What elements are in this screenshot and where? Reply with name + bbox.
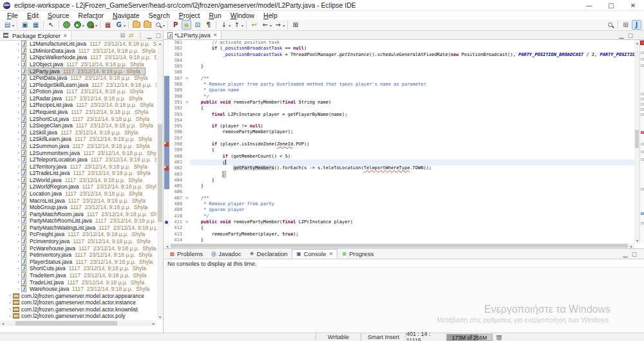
select-pointer-icon[interactable]: ↖	[46, 20, 56, 30]
menu-help[interactable]: Help	[259, 12, 282, 19]
tab-declaration[interactable]: ❖Declaration	[245, 249, 292, 259]
tree-item-location-java[interactable]: ›JLocation.java111723/12/14, 9:18 μ.μ.Sh…	[0, 190, 156, 198]
marker-bar[interactable]	[164, 142, 169, 147]
line-number[interactable]: 384	[169, 58, 184, 64]
chevron-right-icon[interactable]: ›	[15, 191, 21, 197]
dropdown-arrow-icon[interactable]: ▾	[270, 23, 272, 28]
chevron-right-icon[interactable]: ›	[15, 272, 21, 278]
marker-bar[interactable]	[164, 225, 169, 231]
chevron-right-icon[interactable]: ›	[7, 300, 13, 306]
chevron-right-icon[interactable]: ›	[15, 150, 21, 156]
code-text[interactable]	[190, 58, 634, 64]
tree-item-pcfreight-java[interactable]: ›JPcFreight.java111723/12/14, 9:18 μ.μ.S…	[0, 231, 156, 238]
chevron-right-icon[interactable]: ›	[15, 82, 21, 88]
code-text[interactable]: removePartyMember(player);	[190, 129, 634, 135]
tree-item-l2summonitem-java[interactable]: ›JL2SummonItem.java111723/12/14, 9:18 μ.…	[0, 149, 156, 156]
code-text[interactable]: removePartyMember(player, true);	[190, 232, 634, 237]
tab-problems[interactable]: ▦Problems	[166, 249, 207, 259]
tree-item-partymatchwaitinglist-java[interactable]: ›JPartyMatchWaitingList.java111723/12/14…	[0, 225, 156, 232]
tree-item-l2party-java[interactable]: ›JL2Party.java111723/12/14, 9:18 μ.μ.Shy…	[0, 68, 156, 75]
code-text[interactable]: public void removePartyMember(final L2Pc…	[190, 219, 634, 225]
scroll-left-icon[interactable]: ◂	[0, 320, 6, 326]
menu-source[interactable]: Source	[43, 12, 73, 19]
line-number[interactable]: 390	[169, 94, 184, 100]
chevron-right-icon[interactable]: ›	[15, 218, 21, 224]
tree-item-tradelist-java[interactable]: ›JTradeList.java111723/12/14, 9:18 μ.μ.S…	[0, 279, 156, 286]
change-overview-mark[interactable]	[641, 51, 644, 54]
menu-navigate[interactable]: Navigate	[108, 12, 144, 19]
line-number[interactable]: 383	[169, 52, 184, 58]
tree-item-l2skilllearn-java[interactable]: ›JL2SkillLearn.java111723/12/14, 9:18 μ.…	[0, 136, 156, 143]
line-number[interactable]: 382	[169, 46, 184, 51]
code-text[interactable]: public void removePartyMember(final Stri…	[190, 100, 634, 106]
fold-collapse-icon[interactable]	[184, 219, 190, 225]
tree-item-l2tradelist-java[interactable]: ›JL2TradeList.java111723/12/14, 9:18 μ.μ…	[0, 170, 156, 177]
save-icon[interactable]: ▣	[20, 20, 30, 30]
menu-window[interactable]: Window	[226, 12, 259, 19]
annotations-icon[interactable]: ⊡	[193, 20, 202, 30]
code-text[interactable]: getPartyMembers().forEach(s -> s.teleToL…	[190, 165, 634, 171]
code-text[interactable]: * @param player	[190, 207, 634, 213]
code-text[interactable]: if (player.isInsideZone(ZoneId.PVP))	[190, 142, 634, 147]
tree-item-macrolist-java[interactable]: ›JMacroList.java111723/12/14, 9:18 μ.μ.S…	[0, 197, 156, 204]
package-explorer-vscrollbar[interactable]: ▴ ▾	[157, 41, 163, 320]
open-type-icon[interactable]	[131, 20, 141, 30]
prev-annotation-icon[interactable]: ↑	[232, 20, 242, 30]
tree-item-playerstatus-java[interactable]: ›JPlayerStatus.java111723/12/14, 9:18 μ.…	[0, 259, 156, 266]
marker-bar[interactable]	[164, 40, 169, 46]
chevron-right-icon[interactable]: ›	[15, 225, 21, 230]
new-editor-window-icon[interactable]: ⊞	[290, 20, 300, 30]
line-number[interactable]: 405	[169, 183, 184, 189]
menu-refactor[interactable]: Refactor	[73, 12, 108, 19]
change-overview-mark[interactable]	[641, 158, 644, 161]
chevron-right-icon[interactable]: ›	[15, 89, 21, 95]
marker-bar[interactable]	[164, 52, 169, 58]
marker-bar[interactable]	[164, 165, 169, 171]
code-text[interactable]: if (_positionBroadcastTask == null)	[190, 46, 634, 51]
next-annotation-icon[interactable]: ↓	[219, 20, 229, 30]
scroll-right-icon[interactable]: ▸	[151, 320, 156, 326]
package-explorer-hscrollbar[interactable]: ◂ ▸	[0, 320, 156, 326]
tree-item-com-l2jfrozen-gameserver-model-actor-knownlist[interactable]: ›com.l2jfrozen.gameserver.model.actor.kn…	[0, 306, 156, 313]
line-number[interactable]: 400	[169, 154, 184, 160]
code-text[interactable]: */	[190, 214, 634, 219]
scroll-up-icon[interactable]: ▴	[157, 41, 163, 46]
line-number[interactable]: 409	[169, 207, 184, 213]
code-text[interactable]: * Remove player from party Overloaded me…	[190, 82, 634, 88]
back-icon[interactable]: ←	[260, 20, 270, 30]
tree-item-l2worldregion-java[interactable]: ›JL2WorldRegion.java111723/12/14, 9:18 μ…	[0, 183, 156, 190]
chevron-right-icon[interactable]: ›	[15, 116, 21, 122]
tree-item-com-l2jfrozen-gameserver-model-actor-appearance[interactable]: ›com.l2jfrozen.gameserver.model.actor.ap…	[0, 292, 156, 299]
change-overview-mark[interactable]	[641, 151, 644, 153]
line-number[interactable]: 391	[169, 100, 184, 106]
tree-item-com-l2jfrozen-gameserver-model-actor-poly[interactable]: ›com.l2jfrozen.gameserver.model.actor.po…	[0, 313, 156, 320]
marker-bar[interactable]	[164, 232, 169, 237]
close-button[interactable]: ✕	[622, 0, 644, 10]
fold-collapse-icon[interactable]	[184, 196, 190, 201]
marker-bar[interactable]	[164, 124, 169, 129]
tree-item-l2siegeclan-java[interactable]: ›JL2SiegeClan.java111723/12/14, 9:18 μ.μ…	[0, 122, 156, 129]
line-number[interactable]: 407	[169, 196, 184, 201]
maximize-button[interactable]: □	[600, 0, 622, 10]
fold-collapse-icon[interactable]	[184, 76, 190, 82]
minimize-editor-icon[interactable]: ▁	[620, 32, 624, 39]
editor-vscrollbar[interactable]: ▴ ▾	[634, 40, 639, 243]
last-edit-icon[interactable]: ↩	[249, 20, 259, 30]
marker-bar[interactable]	[164, 154, 169, 160]
tree-item-l2miniondata-java[interactable]: ›JL2MinionData.java111723/12/14, 9:18 μ.…	[0, 48, 156, 55]
tree-item-l2npcwalkernode-java[interactable]: ›JL2NpcWalkerNode.java111723/12/14, 9:18…	[0, 54, 156, 61]
code-text[interactable]: }	[190, 183, 634, 189]
line-number[interactable]: 412	[169, 225, 184, 231]
chevron-right-icon[interactable]: ›	[15, 95, 21, 101]
line-number[interactable]: 393	[169, 112, 184, 118]
line-number[interactable]: 397	[169, 136, 184, 142]
change-overview-mark[interactable]	[641, 58, 644, 60]
marker-bar[interactable]	[164, 88, 169, 93]
chevron-right-icon[interactable]: ›	[15, 184, 21, 190]
chevron-right-icon[interactable]: ›	[15, 198, 21, 203]
maximize-editor-icon[interactable]: ▢	[627, 32, 633, 39]
code-text[interactable]: if (getMemberCount() < 5)	[190, 154, 634, 160]
marker-bar[interactable]	[164, 100, 169, 106]
marker-bar[interactable]	[164, 106, 169, 111]
code-text[interactable]: {	[190, 225, 634, 231]
